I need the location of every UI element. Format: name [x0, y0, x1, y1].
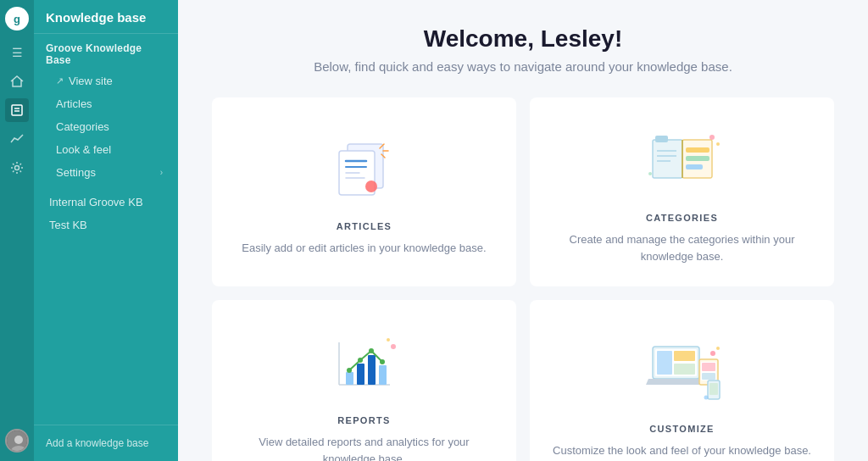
sidebar: Knowledge base Groove Knowledge Base ↗ V…	[34, 0, 178, 461]
user-avatar[interactable]	[5, 429, 29, 453]
sidebar-title: Knowledge base	[34, 0, 178, 34]
svg-point-29	[648, 172, 652, 175]
customize-illustration	[640, 334, 725, 410]
customize-card[interactable]: CUSTOMIZE Customize the look and feel of…	[530, 300, 834, 461]
svg-point-3	[15, 166, 19, 170]
svg-point-37	[358, 358, 363, 363]
add-knowledge-base-button[interactable]: Add a knowledge base	[34, 425, 178, 461]
svg-point-53	[710, 351, 715, 356]
svg-rect-0	[12, 105, 22, 115]
sidebar-item-test-kb-label: Test KB	[49, 219, 87, 231]
sidebar-item-categories-label: Categories	[56, 120, 109, 133]
svg-rect-20	[655, 136, 668, 142]
svg-rect-49	[702, 363, 715, 371]
svg-rect-50	[702, 373, 715, 380]
svg-point-5	[14, 436, 23, 444]
categories-illustration	[640, 123, 725, 199]
categories-card-desc: Create and manage the categories within …	[550, 231, 814, 264]
svg-point-54	[716, 347, 720, 350]
articles-card[interactable]: ARTICLES Easily add or edit articles in …	[212, 97, 516, 286]
svg-rect-17	[653, 140, 682, 178]
svg-point-27	[709, 135, 715, 140]
sidebar-item-test-kb[interactable]: Test KB	[37, 214, 175, 236]
svg-point-13	[365, 181, 377, 192]
svg-rect-33	[357, 364, 364, 385]
sidebar-item-look-feel-label: Look & feel	[56, 143, 111, 156]
svg-rect-25	[686, 156, 709, 161]
svg-point-55	[704, 395, 708, 399]
reports-illustration	[322, 325, 407, 402]
customize-card-desc: Customize the look and feel of your know…	[553, 442, 811, 459]
svg-point-41	[387, 338, 390, 342]
svg-rect-35	[379, 365, 387, 385]
menu-icon[interactable]: ☰	[5, 41, 29, 64]
reports-card[interactable]: REPORTS View detailed reports and analyt…	[212, 300, 516, 461]
svg-point-36	[347, 368, 352, 373]
svg-point-38	[369, 348, 374, 353]
reports-card-label: REPORTS	[337, 415, 390, 425]
svg-rect-46	[674, 364, 695, 375]
categories-card-label: CATEGORIES	[646, 213, 718, 223]
svg-point-40	[391, 344, 396, 349]
sidebar-item-articles[interactable]: Articles	[37, 92, 175, 115]
sidebar-item-settings-label: Settings	[56, 166, 96, 179]
sidebar-item-view-site[interactable]: ↗ View site	[37, 69, 175, 92]
svg-rect-52	[709, 383, 718, 395]
articles-card-label: ARTICLES	[337, 221, 392, 231]
sidebar-item-articles-label: Articles	[56, 97, 92, 110]
customize-card-label: CUSTOMIZE	[649, 424, 714, 434]
svg-rect-34	[368, 355, 376, 385]
svg-rect-44	[657, 351, 672, 375]
cards-grid: ARTICLES Easily add or edit articles in …	[212, 97, 834, 461]
icon-rail: g ☰	[0, 0, 34, 461]
articles-illustration	[322, 131, 407, 208]
svg-point-28	[716, 142, 720, 146]
analytics-icon[interactable]	[5, 127, 29, 151]
svg-rect-45	[674, 351, 695, 361]
app-logo[interactable]: g	[5, 7, 29, 31]
settings-icon[interactable]	[5, 156, 29, 180]
main-content: Welcome, Lesley! Below, find quick and e…	[178, 0, 868, 461]
sidebar-item-look-feel[interactable]: Look & feel	[37, 138, 175, 161]
svg-rect-26	[686, 164, 703, 169]
sidebar-item-categories[interactable]: Categories	[37, 115, 175, 138]
welcome-section: Welcome, Lesley! Below, find quick and e…	[212, 25, 834, 74]
sidebar-section-groove-kb: Groove Knowledge Base	[34, 34, 178, 69]
welcome-title: Welcome, Lesley!	[212, 25, 834, 53]
sidebar-item-settings[interactable]: Settings ›	[37, 161, 175, 184]
svg-point-39	[380, 359, 385, 364]
settings-arrow-icon: ›	[160, 168, 163, 177]
sidebar-item-internal-kb-label: Internal Groove KB	[49, 196, 143, 208]
welcome-subtitle: Below, find quick and easy ways to navig…	[212, 59, 834, 74]
categories-card[interactable]: CATEGORIES Create and manage the categor…	[530, 97, 834, 286]
svg-rect-24	[686, 147, 709, 153]
view-site-icon: ↗	[56, 75, 64, 86]
reports-card-desc: View detailed reports and analytics for …	[232, 434, 496, 461]
sidebar-item-view-site-label: View site	[69, 75, 113, 87]
svg-rect-32	[346, 372, 353, 385]
knowledge-base-icon[interactable]	[5, 98, 29, 122]
sidebar-item-internal-groove-kb[interactable]: Internal Groove KB	[37, 191, 175, 214]
home-icon[interactable]	[5, 69, 29, 93]
articles-card-desc: Easily add or edit articles in your know…	[242, 240, 486, 257]
